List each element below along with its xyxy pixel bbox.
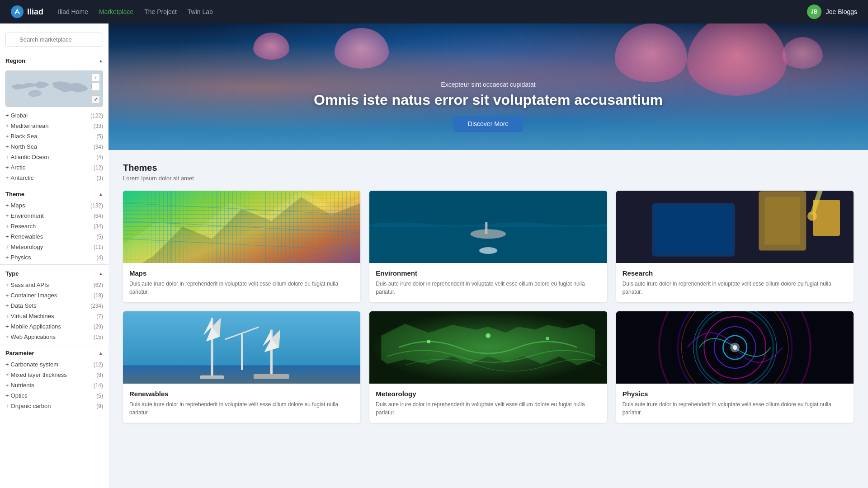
sidebar-item-container-images[interactable]: + Container Images (18) [5,290,103,300]
theme-card-img-meteorology [369,311,607,384]
type-title: Type [5,270,19,277]
theme-card-desc-environment: Duis aute irure dolor in reprehenderit i… [376,280,600,296]
theme-card-img-research [616,191,854,263]
sidebar-item-mixed-layer-thickness[interactable]: + Mixed layer thickness (8) [5,370,103,380]
svg-point-19 [807,211,817,221]
logo[interactable]: Iliad [11,5,43,18]
theme-card-meteorology[interactable]: Meteorology Duis aute irure dolor in rep… [369,311,607,423]
logo-icon [11,5,24,18]
type-chevron: ▲ [99,271,103,276]
svg-point-27 [427,340,431,343]
sidebar-item-carbonate-system[interactable]: + Carbonate system (12) [5,359,103,370]
search-input[interactable] [5,33,103,47]
sidebar-item-atlantic-ocean[interactable]: + Atlantic Ocean (4) [5,152,103,162]
sidebar-item-global[interactable]: + Global (122) [5,110,103,121]
type-header[interactable]: Type ▲ [5,267,103,280]
svg-line-2 [123,203,360,215]
svg-point-37 [732,345,737,350]
svg-point-28 [486,333,491,338]
theme-card-body-physics: Physics Duis aute irure dolor in reprehe… [616,384,854,423]
theme-card-renewables[interactable]: Renewables Duis aute irure dolor in repr… [123,311,360,423]
svg-rect-24 [254,374,289,379]
svg-point-34 [693,311,776,384]
theme-card-img-environment [369,191,607,263]
svg-rect-12 [485,222,487,234]
sidebar-item-sass-apis[interactable]: + Sass and APIs (62) [5,280,103,290]
sidebar-item-renewables[interactable]: + Renewables (5) [5,231,103,242]
sidebar-item-mobile-applications[interactable]: + Mobile Applications (29) [5,321,103,332]
sidebar-item-environment[interactable]: + Environment (64) [5,211,103,221]
sidebar-item-antarctic[interactable]: + Antarctic (3) [5,173,103,183]
theme-card-body-environment: Environment Duis aute irure dolor in rep… [369,263,607,302]
theme-card-maps[interactable]: Maps Duis aute irure dolor in reprehende… [123,191,360,302]
sidebar-section-type: Type ▲ + Sass and APIs (62) + Container … [0,267,108,342]
sidebar-section-region: Region ▲ + − ⤢ [0,54,108,183]
hero-subtitle: Excepteur sint occaecat cupidatat [314,81,663,88]
sidebar-item-north-sea[interactable]: + North Sea (34) [5,141,103,152]
theme-card-img-renewables [123,311,360,384]
divider-3 [0,344,108,344]
theme-card-img-physics [616,311,854,384]
sidebar-item-data-sets[interactable]: + Data Sets (234) [5,300,103,311]
sidebar-item-arctic[interactable]: + Arctic (12) [5,162,103,173]
svg-point-29 [546,337,549,340]
map-thumbnail: + − ⤢ [5,70,103,107]
theme-card-body-meteorology: Meteorology Duis aute irure dolor in rep… [369,384,607,423]
sidebar-item-nutrients[interactable]: + Nutrients (14) [5,380,103,390]
user-area: JB Joe Bloggs [807,5,857,19]
themes-title: Themes [123,163,854,173]
user-name: Joe Bloggs [826,8,857,15]
theme-card-desc-maps: Duis aute irure dolor in reprehenderit i… [129,280,354,296]
main-content: Excepteur sint occaecat cupidatat Omnis … [108,23,868,488]
map-zoom-out[interactable]: − [92,83,100,91]
svg-rect-17 [655,206,732,253]
sidebar-item-web-applications[interactable]: + Web Applications (15) [5,332,103,342]
sidebar-item-organic-carbon[interactable]: + Organic carbon (9) [5,401,103,411]
sidebar-item-maps[interactable]: + Maps (132) [5,200,103,211]
theme-header[interactable]: Theme ▲ [5,187,103,200]
sidebar-item-research[interactable]: + Research (34) [5,221,103,231]
svg-rect-21 [123,365,360,384]
hero-discover-button[interactable]: Discover More [453,116,523,132]
theme-card-body-maps: Maps Duis aute irure dolor in reprehende… [123,263,360,302]
theme-card-environment[interactable]: Environment Duis aute irure dolor in rep… [369,191,607,302]
parameter-chevron: ▲ [99,351,103,356]
region-header[interactable]: Region ▲ [5,54,103,67]
region-title: Region [5,57,25,64]
map-expand-button[interactable]: ⤢ [92,95,100,103]
theme-card-research[interactable]: Research Duis aute irure dolor in repreh… [616,191,854,302]
sidebar: 🔍 Region ▲ + − [0,23,108,488]
sidebar-item-black-sea[interactable]: + Black Sea (5) [5,131,103,141]
jellyfish-4 [687,23,787,96]
svg-point-35 [681,311,788,384]
nav-twin-lab[interactable]: Twin Lab [188,8,213,15]
theme-card-title-maps: Maps [129,269,354,277]
nav-marketplace[interactable]: Marketplace [99,8,133,15]
theme-title: Theme [5,191,24,197]
theme-card-img-maps [123,191,360,263]
parameter-header[interactable]: Parameter ▲ [5,346,103,359]
map-controls: + − [92,74,100,91]
map-zoom-in[interactable]: + [92,74,100,82]
search-bar-wrapper: 🔍 [0,29,108,50]
theme-card-body-research: Research Duis aute irure dolor in repreh… [616,263,854,302]
theme-card-title-environment: Environment [376,269,600,277]
svg-rect-1 [123,191,360,263]
nav-iliad-home[interactable]: Iliad Home [58,8,88,15]
sidebar-item-optics[interactable]: + Optics (5) [5,390,103,401]
svg-line-3 [123,221,360,233]
theme-card-physics[interactable]: Physics Duis aute irure dolor in reprehe… [616,311,854,423]
theme-card-desc-renewables: Duis aute irure dolor in reprehenderit i… [129,400,354,417]
themes-grid: Maps Duis aute irure dolor in reprehende… [123,191,854,423]
search-wrapper: 🔍 [5,33,103,47]
sidebar-item-virtual-machines[interactable]: + Virtual Machines (7) [5,311,103,321]
divider-2 [0,264,108,265]
nav-the-project[interactable]: The Project [144,8,177,15]
sidebar-item-meteorology[interactable]: + Meteorology (11) [5,242,103,252]
theme-card-title-meteorology: Meteorology [376,390,600,398]
sidebar-item-physics[interactable]: + Physics (4) [5,252,103,263]
topnav: Iliad Iliad Home Marketplace The Project… [0,0,868,23]
theme-card-title-research: Research [623,269,847,277]
theme-card-desc-meteorology: Duis aute irure dolor in reprehenderit i… [376,400,600,417]
sidebar-item-mediterranean[interactable]: + Mediterranean (33) [5,121,103,131]
